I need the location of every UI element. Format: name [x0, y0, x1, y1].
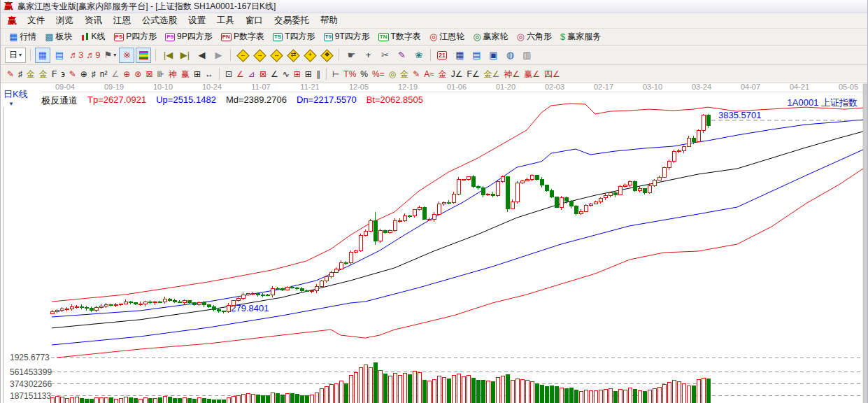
draw-tool-37-icon[interactable]: A≈ — [424, 69, 434, 79]
draw-tool-13-icon[interactable]: ⊠ — [145, 69, 152, 79]
draw-tool-0-icon[interactable]: ✎ — [7, 69, 14, 79]
toolbar-button-gann-wheel[interactable]: ◎江恩轮 — [429, 31, 464, 43]
draw-tool-12-icon[interactable]: ⊛ — [134, 69, 141, 79]
notes-tool[interactable]: ▤ — [469, 48, 484, 63]
menu-item-settings[interactable]: 设置 — [183, 14, 211, 27]
draw-tool-36-icon[interactable]: ✎ — [413, 69, 420, 79]
toolbar-button-quotes[interactable]: ▦行情 — [9, 31, 36, 43]
draw-tool-39-icon[interactable]: J∠ — [451, 69, 463, 79]
draw-tool-44-icon[interactable]: 四∠ — [544, 69, 560, 79]
toolbar-button-hexagon[interactable]: ◎六角形 — [517, 31, 552, 43]
main-chart-toggle[interactable]: ▦ — [35, 48, 50, 63]
draw-tool-41-icon[interactable]: 金∠ — [484, 69, 500, 79]
draw-tool-5-icon[interactable]: ϶ — [61, 69, 64, 79]
draw-tool-25-icon[interactable]: ∿ — [283, 69, 290, 79]
draw-tool-34-icon[interactable]: ◎ — [389, 69, 396, 79]
draw-tool-38-icon[interactable]: 金 — [439, 69, 447, 79]
draw-tool-20-icon[interactable]: ⊡ — [225, 69, 232, 79]
pen-tool[interactable]: ✎ — [394, 48, 409, 63]
next-bar-button[interactable]: ▶ — [211, 48, 226, 63]
zoom-in-diamond[interactable]: ⇄ — [285, 48, 301, 63]
menu-item-browse[interactable]: 浏览 — [50, 14, 79, 27]
draw-tool-23-icon[interactable]: ⊠ — [259, 69, 266, 79]
draw-tool-24-icon[interactable]: ∠ — [271, 69, 278, 79]
draw-tool-3-icon[interactable]: 金 — [39, 69, 48, 79]
zoom-out-diamond[interactable]: ↔ — [269, 48, 284, 63]
draw-tool-35-icon[interactable]: 金 — [400, 69, 408, 79]
last-page-button[interactable]: ▶| — [177, 48, 192, 63]
three-bars-toggle[interactable]: ♬3 — [69, 48, 84, 63]
toolbar-button-t-square[interactable]: TST四方形 — [273, 31, 315, 43]
draw-tool-16-icon[interactable]: 赢 — [181, 69, 190, 79]
flower-tool[interactable]: ❀ — [411, 48, 426, 63]
toolbar-button-sectors[interactable]: ▩板块 — [45, 31, 72, 43]
toolbar-button-p-number-table[interactable]: PNP数字表 — [221, 31, 264, 43]
period-selector[interactable]: 日K线 — [3, 88, 28, 101]
period-dropdown-arrow-icon[interactable]: ▼ — [8, 101, 14, 107]
toolbar-button-winner-wheel[interactable]: ◎赢家轮 — [473, 31, 508, 43]
draw-tool-26-icon[interactable]: ⊞ — [294, 69, 301, 79]
pan-left-diamond[interactable]: ← — [235, 48, 250, 63]
draw-tool-21-icon[interactable]: ∠ — [236, 69, 244, 79]
draw-tool-18-icon[interactable]: ↔ — [205, 69, 213, 79]
chart-area[interactable]: 日K线 ▼ 极反通道 Tp=2627.0921 Up=2515.1482 Md=… — [1, 83, 867, 403]
draw-tool-27-icon[interactable]: ⊞ — [305, 69, 312, 79]
draw-tool-32-icon[interactable]: % — [360, 69, 368, 79]
menu-item-news[interactable]: 资讯 — [79, 14, 108, 27]
draw-tool-14-icon[interactable]: ⊪ — [157, 69, 164, 79]
draw-tool-2-icon[interactable]: 金 — [27, 69, 35, 79]
menu-item-tools[interactable]: 工具 — [211, 14, 240, 27]
toolbar-button-winner-service[interactable]: $赢家服务 — [560, 31, 601, 43]
flag-dropdown[interactable]: ⚑▾ — [102, 48, 118, 63]
draw-tool-33-icon[interactable]: %= — [372, 69, 385, 79]
draw-tool-17-icon[interactable]: ⊞ — [194, 69, 201, 79]
prev-bar-button[interactable]: ◀ — [194, 48, 209, 63]
right-scrollbar[interactable] — [863, 84, 867, 403]
toolbar-button-9t-square[interactable]: T99T四方形 — [324, 31, 370, 43]
calendar-tool[interactable]: 21 — [435, 48, 450, 63]
kline-chart[interactable]: 09-0409-1910-1010-2411-0711-2112-0512-19… — [1, 83, 867, 403]
draw-tool-15-icon[interactable]: 神 — [169, 69, 177, 79]
print-tool[interactable]: ▥ — [519, 48, 534, 63]
menu-item-trade[interactable]: 交易委托 — [269, 14, 315, 27]
draw-tool-8-icon[interactable]: ♯ — [92, 69, 96, 79]
draw-tool-28-icon[interactable]: ∥ — [316, 69, 320, 79]
color-bars-toggle[interactable] — [136, 48, 151, 63]
calculator-tool[interactable]: ▦ — [452, 48, 467, 63]
info-panel-toggle[interactable]: ▤ — [52, 48, 67, 63]
menu-item-gann[interactable]: 江恩 — [108, 14, 136, 27]
draw-tool-7-icon[interactable]: ⊕ — [80, 69, 87, 79]
draw-tool-6-icon[interactable]: ✎ — [69, 69, 76, 79]
first-page-button[interactable]: |◀ — [160, 48, 176, 63]
draw-tool-10-icon[interactable]: ∠ — [112, 69, 120, 79]
toolbar-button-p-square[interactable]: PSP四方形 — [114, 31, 157, 43]
draw-tool-4-icon[interactable]: F — [52, 69, 57, 79]
draw-tool-1-icon[interactable]: ♯ — [18, 69, 22, 79]
toolbar-button-kline[interactable]: K线 — [81, 31, 106, 43]
draw-tool-42-icon[interactable]: 神∠ — [504, 69, 520, 79]
draw-tool-11-icon[interactable]: ⊕ — [123, 69, 130, 79]
menu-item-file[interactable]: 文件 — [22, 14, 50, 27]
pan-right-diamond[interactable]: → — [252, 48, 267, 63]
crosshair-tool[interactable]: + — [360, 48, 376, 63]
hand-tool[interactable]: ☛ — [343, 48, 359, 63]
save-tool[interactable]: ▣ — [485, 48, 501, 63]
draw-tool-22-icon[interactable]: ⊿ — [248, 69, 255, 79]
draw-tool-30-icon[interactable]: ⊢ — [332, 69, 339, 79]
menu-item-window[interactable]: 窗口 — [240, 14, 269, 27]
draw-tool-43-icon[interactable]: 赢∠ — [524, 69, 540, 79]
menu-item-help[interactable]: 帮助 — [315, 14, 343, 27]
toolbar-button-t-number-table[interactable]: TNT数字表 — [378, 31, 421, 43]
center-diamond[interactable]: + — [302, 48, 318, 63]
period-day-dropdown[interactable]: 日▾ — [5, 48, 26, 63]
toolbar-button-9p-square[interactable]: P99P四方形 — [165, 31, 212, 43]
pattern-toggle[interactable]: ※ — [119, 48, 134, 63]
web-export-tool[interactable]: ◍ — [502, 48, 518, 63]
fit-all-diamond[interactable]: ❖ — [319, 48, 334, 63]
draw-tool-9-icon[interactable]: n² — [100, 69, 108, 79]
draw-tool-40-icon[interactable]: F∠ — [467, 69, 480, 79]
draw-tool-31-icon[interactable]: T% — [343, 69, 356, 79]
nine-bars-toggle[interactable]: ♬9 — [85, 48, 101, 63]
menu-item-formula-picker[interactable]: 公式选股 — [136, 14, 183, 27]
scissors-tool[interactable]: ✂ — [377, 48, 392, 63]
